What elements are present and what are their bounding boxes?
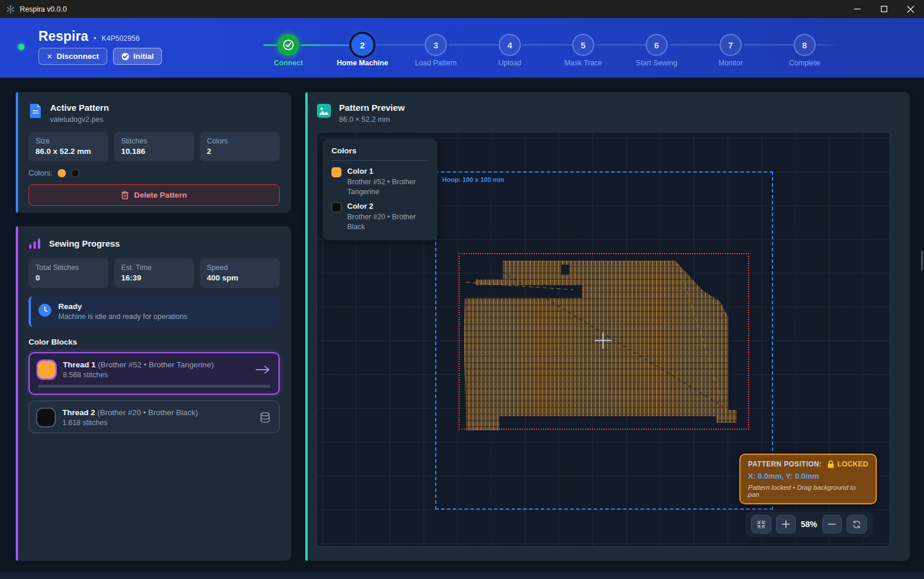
locked-label: LOCKED — [837, 460, 868, 468]
thread-name: Thread 1 — [63, 360, 96, 369]
zoom-controls: 58% — [745, 511, 873, 537]
color-swatch-2 — [71, 169, 79, 177]
step-connect[interactable]: Connect — [252, 34, 325, 67]
step-label: Load Pattern — [399, 59, 472, 67]
stat-total-stitches: Total Stitches 0 — [29, 258, 108, 288]
thread-2-name: Thread 2 (Brother #20 • Brother Black) — [62, 408, 198, 417]
pattern-lock-hint: Pattern locked • Drag background to pan — [748, 484, 868, 498]
image-icon — [316, 103, 331, 118]
step-number: 7 — [720, 34, 742, 56]
thread-detail: (Brother #20 • Brother Black) — [97, 408, 198, 417]
pattern-coordinates: X: 0.0mm, Y: 0.0mm — [748, 472, 868, 480]
stat-value: 400 spm — [207, 273, 273, 282]
scrollbar-thumb[interactable] — [921, 251, 923, 271]
stat-colors: Colors 2 — [200, 132, 280, 162]
thread-2-stitches: 1.618 stitches — [62, 419, 198, 427]
pattern-filename: valetudogv2.pes — [50, 115, 109, 124]
zoom-in-button[interactable] — [776, 515, 796, 534]
legend-color-name: Color 2 — [347, 202, 429, 210]
status-title: Ready — [58, 302, 188, 311]
stat-value: 2 — [207, 147, 273, 156]
pattern-canvas[interactable]: Hoop: 100 x 100 mm — [316, 132, 890, 547]
thread-name: Thread 2 — [62, 408, 95, 417]
step-number: 6 — [646, 34, 668, 56]
step-connect-circle — [277, 34, 299, 56]
minimize-button[interactable] — [844, 0, 870, 18]
trash-icon — [121, 191, 129, 199]
zoom-out-button[interactable] — [822, 515, 842, 534]
thread-1-progress-bar — [38, 385, 270, 388]
fit-to-screen-button[interactable] — [751, 515, 771, 534]
step-home-machine[interactable]: 2 Home Machine — [326, 34, 399, 67]
colors-label: Colors: — [29, 169, 52, 177]
stat-est-time: Est. Time 16:39 — [114, 258, 194, 288]
step-label: Connect — [252, 59, 325, 67]
fit-screen-icon — [757, 520, 766, 529]
reset-view-button[interactable] — [847, 515, 867, 534]
step-load-pattern[interactable]: 3 Load Pattern — [399, 34, 472, 67]
step-monitor[interactable]: 7 Monitor — [694, 34, 767, 67]
step-number: 3 — [425, 34, 447, 56]
card-accent — [16, 226, 18, 561]
close-icon — [907, 6, 914, 13]
legend-divider — [331, 160, 429, 161]
step-number: 2 — [351, 34, 373, 56]
step-label: Upload — [473, 59, 546, 67]
maximize-button[interactable] — [870, 0, 897, 18]
color-swatch-1 — [58, 169, 66, 177]
background-window-edge — [0, 572, 924, 579]
step-number: 5 — [572, 34, 594, 56]
delete-pattern-label: Delete Pattern — [134, 191, 187, 199]
card-accent — [305, 92, 308, 561]
legend-item-color2: Color 2 Brother #20 • Brother Black — [331, 202, 429, 232]
plus-icon — [782, 520, 790, 528]
legend-title: Colors — [331, 146, 429, 155]
stat-label: Total Stitches — [36, 264, 101, 272]
center-cross — [595, 332, 611, 349]
legend-swatch-2 — [331, 202, 341, 212]
thread-2-block[interactable]: Thread 2 (Brother #20 • Brother Black) 1… — [29, 401, 280, 433]
app-window: Respira v0.0.0 Respira • K4P502956 ✕ Dis… — [0, 0, 924, 579]
step-complete[interactable]: 8 Complete — [768, 34, 841, 67]
legend-color-detail: Brother #52 • Brother Tangerine — [347, 177, 429, 197]
legend-color-name: Color 1 — [347, 167, 429, 176]
header: Respira • K4P502956 ✕ Disconnect Initial — [0, 18, 924, 78]
minus-icon — [828, 520, 836, 528]
step-label: Monitor — [694, 59, 767, 67]
thread-detail: (Brother #52 • Brother Tangerine) — [98, 360, 214, 369]
machine-status-box: Ready Machine is idle and ready for oper… — [29, 296, 280, 327]
clock-icon — [38, 303, 52, 317]
active-pattern-title: Active Pattern — [50, 103, 109, 113]
stat-stitches: Stitches 10.186 — [114, 132, 194, 162]
color-legend: Colors Color 1 Brother #52 • Brother Tan… — [323, 139, 438, 240]
lock-icon — [827, 460, 834, 468]
stat-label: Colors — [207, 137, 273, 145]
step-label: Complete — [768, 59, 841, 67]
stat-value: 16:39 — [121, 273, 187, 282]
color-blocks-heading: Color Blocks — [16, 327, 291, 346]
database-icon — [259, 412, 271, 423]
pattern-position-label: PATTERN POSITION: — [748, 460, 821, 468]
legend-color-detail: Brother #20 • Brother Black — [347, 212, 429, 232]
sewing-progress-card: Sewing Progress Total Stitches 0 Est. Ti… — [16, 226, 291, 561]
pattern-preview-card: Pattern Preview 86.0 × 52.2 mm Hoop: 100… — [305, 92, 910, 561]
step-number: 4 — [499, 34, 521, 56]
step-upload[interactable]: 4 Upload — [473, 34, 546, 67]
legend-swatch-1 — [331, 167, 341, 177]
maximize-icon — [881, 6, 887, 12]
step-mask-trace[interactable]: 5 Mask Trace — [546, 34, 620, 67]
chart-bars-icon — [29, 237, 41, 250]
step-start-sewing[interactable]: 6 Start Sewing — [620, 34, 693, 67]
wizard-stepper: Connect 2 Home Machine 3 Load Pattern 4 … — [0, 18, 924, 78]
delete-pattern-button[interactable]: Delete Pattern — [29, 184, 280, 206]
stat-value: 0 — [36, 273, 101, 282]
close-button[interactable] — [897, 0, 924, 18]
step-number: 8 — [793, 34, 816, 56]
window-title: Respira v0.0.0 — [20, 5, 67, 13]
minimize-icon — [854, 6, 860, 12]
stat-label: Stitches — [121, 137, 187, 145]
check-icon — [282, 38, 295, 51]
pattern-position-overlay: PATTERN POSITION: LOCKED X: 0.0mm, Y: 0.… — [739, 454, 877, 504]
card-accent — [16, 92, 18, 213]
thread-1-block[interactable]: Thread 1 (Brother #52 • Brother Tangerin… — [29, 352, 280, 395]
